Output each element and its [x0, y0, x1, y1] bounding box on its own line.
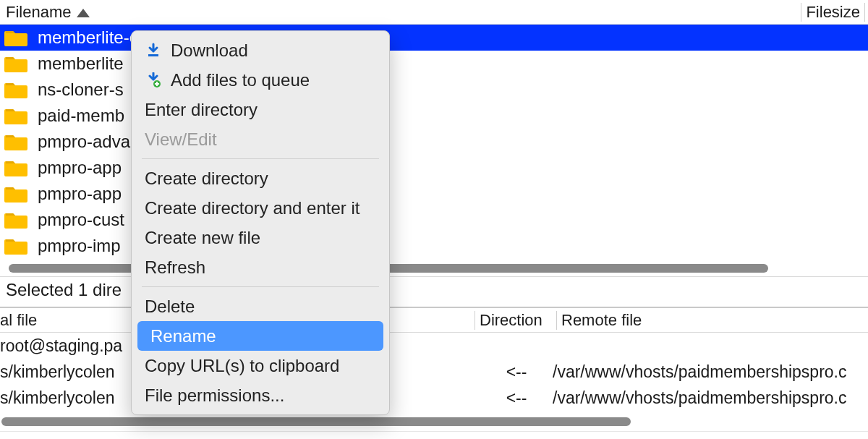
- menu-item-download[interactable]: Download: [132, 35, 389, 65]
- menu-item-enter-directory[interactable]: Enter directory: [132, 95, 389, 124]
- menu-item-file-permissions[interactable]: File permissions...: [132, 380, 389, 410]
- menu-item-label: Add files to queue: [171, 70, 310, 90]
- menu-item-label: Copy URL(s) to clipboard: [145, 356, 339, 376]
- file-list-scrollbar[interactable]: [0, 260, 868, 276]
- remote-file-header-label: Remote file: [561, 311, 642, 329]
- column-header-filename[interactable]: Filename: [3, 3, 90, 22]
- folder-icon: [4, 28, 27, 47]
- table-row[interactable]: s/kimberlycolen <-- /var/www/vhosts/paid…: [0, 385, 868, 411]
- folder-icon: [4, 236, 27, 255]
- menu-item-label: Refresh: [145, 257, 205, 278]
- remote-file-cell: /var/www/vhosts/paidmembershipspro.c: [553, 362, 868, 382]
- transfer-queue-scrollbar[interactable]: [0, 414, 868, 430]
- menu-item-label: Create directory and enter it: [145, 198, 359, 218]
- transfer-queue-panel: al file Direction Remote file root@stagi…: [0, 307, 868, 432]
- file-name-label: pmpro-cust: [38, 210, 124, 230]
- file-name-label: paid-memb: [38, 106, 124, 126]
- file-name-label: pmpro-app: [38, 184, 122, 204]
- file-name-label: pmpro-app: [38, 158, 122, 178]
- menu-item-create-new-file[interactable]: Create new file: [132, 223, 389, 252]
- column-header-filesize[interactable]: Filesize: [806, 3, 860, 22]
- panel-divider: [0, 431, 868, 432]
- column-divider[interactable]: [556, 311, 557, 330]
- table-row[interactable]: root@staging.pa: [0, 333, 868, 359]
- folder-icon: [4, 106, 27, 125]
- file-name-label: memberlite: [38, 54, 124, 74]
- direction-header-label: Direction: [480, 311, 542, 329]
- menu-item-label: Delete: [145, 297, 195, 317]
- filename-header-label: Filename: [6, 3, 71, 22]
- file-list-header: Filename Filesize: [0, 0, 868, 25]
- list-item[interactable]: pmpro-app: [0, 181, 868, 207]
- list-item[interactable]: memberlite-elements: [0, 25, 868, 51]
- list-item[interactable]: pmpro-app: [0, 155, 868, 181]
- scrollbar-thumb[interactable]: [1, 417, 631, 426]
- menu-item-refresh[interactable]: Refresh: [132, 252, 389, 282]
- context-menu[interactable]: Download Add files to queue Enter direct…: [131, 30, 390, 415]
- table-row[interactable]: s/kimberlycolen <-- /var/www/vhosts/paid…: [0, 359, 868, 385]
- menu-item-label: Download: [171, 41, 248, 61]
- list-item[interactable]: pmpro-imp: [0, 233, 868, 259]
- menu-item-delete[interactable]: Delete: [132, 291, 389, 321]
- local-file-header-label: al file: [0, 311, 37, 329]
- menu-item-label: View/Edit: [145, 129, 217, 150]
- menu-item-label: Rename: [150, 326, 216, 346]
- folder-icon: [4, 80, 27, 99]
- menu-item-copy-url[interactable]: Copy URL(s) to clipboard: [132, 351, 389, 380]
- folder-icon: [4, 158, 27, 177]
- column-header-direction[interactable]: Direction: [480, 311, 552, 330]
- transfer-queue-header: al file Direction Remote file: [0, 308, 868, 333]
- remote-file-list[interactable]: memberlite-elements memberlite ns-cloner…: [0, 25, 868, 259]
- list-item[interactable]: pmpro-adva: [0, 129, 868, 155]
- list-item[interactable]: ns-cloner-s: [0, 77, 868, 103]
- folder-icon: [4, 132, 27, 151]
- direction-cell: <--: [480, 362, 553, 382]
- list-item[interactable]: pmpro-cust: [0, 207, 868, 233]
- filesize-header-label: Filesize: [806, 3, 860, 21]
- direction-cell: <--: [480, 388, 553, 408]
- folder-icon: [4, 54, 27, 73]
- menu-item-label: File permissions...: [145, 385, 284, 406]
- column-divider[interactable]: [475, 311, 475, 330]
- list-item[interactable]: paid-memb: [0, 103, 868, 129]
- transfer-queue-rows[interactable]: root@staging.pa s/kimberlycolen <-- /var…: [0, 333, 868, 411]
- status-bar: Selected 1 dire: [0, 276, 868, 302]
- file-name-label: ns-cloner-s: [38, 80, 124, 100]
- column-header-remote-file[interactable]: Remote file: [561, 311, 868, 330]
- folder-icon: [4, 210, 27, 229]
- list-item[interactable]: memberlite: [0, 51, 868, 77]
- menu-item-label: Enter directory: [145, 100, 258, 120]
- status-text: Selected 1 dire: [6, 280, 122, 300]
- column-divider[interactable]: [801, 3, 801, 22]
- column-divider[interactable]: [864, 3, 865, 22]
- app-window: Filename Filesize memberlite-elements me…: [0, 0, 868, 439]
- download-icon: [145, 43, 162, 59]
- menu-item-label: Create directory: [145, 169, 268, 189]
- menu-item-rename[interactable]: Rename: [137, 321, 383, 351]
- remote-file-cell: /var/www/vhosts/paidmembershipspro.c: [553, 388, 868, 408]
- svg-rect-0: [148, 54, 158, 56]
- add-queue-icon: [145, 72, 162, 88]
- menu-item-label: Create new file: [145, 228, 260, 248]
- sort-ascending-icon: [77, 3, 90, 22]
- menu-separator: [142, 158, 379, 159]
- menu-item-create-directory[interactable]: Create directory: [132, 163, 389, 193]
- file-name-label: pmpro-adva: [38, 132, 130, 152]
- file-name-label: pmpro-imp: [38, 236, 121, 256]
- folder-icon: [4, 184, 27, 203]
- menu-item-view-edit: View/Edit: [132, 124, 389, 154]
- menu-separator: [142, 286, 379, 287]
- menu-item-add-to-queue[interactable]: Add files to queue: [132, 65, 389, 95]
- menu-item-create-directory-enter[interactable]: Create directory and enter it: [132, 193, 389, 223]
